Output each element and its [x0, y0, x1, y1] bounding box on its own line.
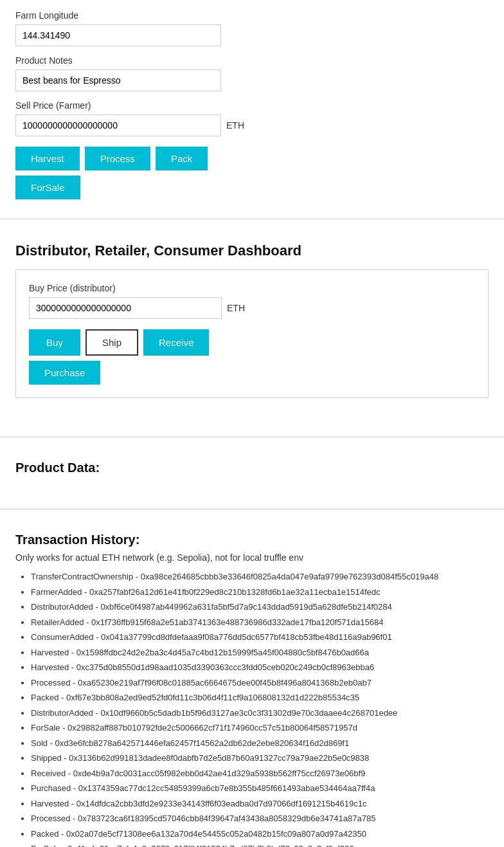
product-data-title: Product Data: — [15, 460, 489, 475]
harvest-button[interactable]: Harvest — [15, 147, 80, 170]
list-item: ForSale - 0x41a4e01cc7cfc4a9e2679c217f84… — [31, 842, 489, 847]
divider-1 — [0, 219, 504, 219]
purchase-button[interactable]: Purchase — [29, 361, 100, 385]
list-item: Processed - 0x783723ca6f18395cd57046cbb8… — [31, 812, 489, 825]
ship-button[interactable]: Ship — [86, 329, 138, 356]
sell-price-input[interactable] — [15, 114, 221, 136]
list-item: DistributorAdded - 0xbf6ce0f4987ab449962… — [31, 601, 489, 614]
list-item: Packed - 0xf67e3bb808a2ed9ed52fd0fd11c3b… — [31, 691, 489, 704]
farmer-button-row: Harvest Process Pack — [15, 147, 489, 170]
buy-price-group: Buy Price (distributor) ETH — [29, 283, 475, 319]
list-item: Packed - 0x02a07de5cf71308ee6a132a70d4e5… — [31, 828, 489, 841]
list-item: TransferContractOwnership - 0xa98ce26468… — [31, 570, 489, 583]
dashboard-section: Distributor, Retailer, Consumer Dashboar… — [0, 232, 504, 424]
forsale-button-row: ForSale — [15, 176, 489, 199]
list-item: RetailerAdded - 0x1f736ffb915f68a2e51ab3… — [31, 616, 489, 629]
list-item: ForSale - 0x29882aff887b010792fde2c50066… — [31, 722, 489, 734]
pack-button[interactable]: Pack — [156, 147, 208, 170]
list-item: FarmerAdded - 0xa257fabf26a12d61e41fb0f2… — [31, 586, 489, 599]
dashboard-title: Distributor, Retailer, Consumer Dashboar… — [15, 242, 489, 259]
list-item: Sold - 0xd3e6fcb8278a642571446efa62457f1… — [31, 737, 489, 750]
buy-price-input-row: ETH — [29, 297, 475, 319]
list-item: Harvested - 0x1598ffdbc24d2e2ba3c4d45a7c… — [31, 646, 489, 659]
transaction-note: Only works for actual ETH network (e.g. … — [15, 552, 489, 563]
list-item: ConsumerAdded - 0x041a37799cd8dfdefaaa9f… — [31, 631, 489, 644]
transaction-history-title: Transaction History: — [15, 533, 489, 547]
list-item: Processed - 0xa65230e219af7f96f08c01885a… — [31, 677, 489, 689]
product-notes-group: Product Notes — [15, 55, 489, 91]
transaction-list: TransferContractOwnership - 0xa98ce26468… — [15, 570, 489, 847]
list-item: Purchased - 0x1374359ac77dc12cc54859399a… — [31, 782, 489, 795]
product-data-section: Product Data: — [0, 450, 504, 496]
farm-longitude-input[interactable] — [15, 24, 221, 46]
farm-longitude-group: Farm Longitude — [15, 10, 489, 46]
list-item: Shipped - 0x3136b62d991813dadee8f0dabfb7… — [31, 752, 489, 765]
transaction-history-section: Transaction History: Only works for actu… — [0, 522, 504, 847]
buy-price-label: Buy Price (distributor) — [29, 283, 475, 293]
divider-3 — [0, 509, 504, 509]
product-notes-label: Product Notes — [15, 55, 489, 66]
sell-price-group: Sell Price (Farmer) ETH — [15, 100, 489, 136]
sell-price-input-row: ETH — [15, 114, 489, 136]
receive-button[interactable]: Receive — [143, 329, 209, 356]
list-item: Received - 0xde4b9a7dc0031acc05f982ebb0d… — [31, 767, 489, 780]
buy-button[interactable]: Buy — [29, 329, 80, 356]
distributor-button-row-2: Purchase — [29, 361, 475, 385]
dashboard-box: Buy Price (distributor) ETH Buy Ship Rec… — [15, 269, 489, 398]
top-section: Farm Longitude Product Notes Sell Price … — [0, 0, 504, 206]
product-notes-input[interactable] — [15, 69, 221, 91]
divider-2 — [0, 437, 504, 437]
buy-price-eth-label: ETH — [227, 303, 245, 313]
list-item: Harvested - 0xc375d0b8550d1d98aad1035d33… — [31, 661, 489, 674]
process-button[interactable]: Process — [85, 147, 150, 170]
sell-price-label: Sell Price (Farmer) — [15, 100, 489, 111]
list-item: Harvested - 0x14dfdca2cbb3dfd2e9233e3414… — [31, 797, 489, 810]
forsale-button[interactable]: ForSale — [15, 176, 80, 199]
distributor-button-row-1: Buy Ship Receive — [29, 329, 475, 356]
buy-price-input[interactable] — [29, 297, 222, 319]
sell-price-eth-label: ETH — [226, 120, 244, 131]
farm-longitude-label: Farm Longitude — [15, 10, 489, 21]
list-item: DistributorAdded - 0x10df9660b5c5dadb1b5… — [31, 707, 489, 720]
